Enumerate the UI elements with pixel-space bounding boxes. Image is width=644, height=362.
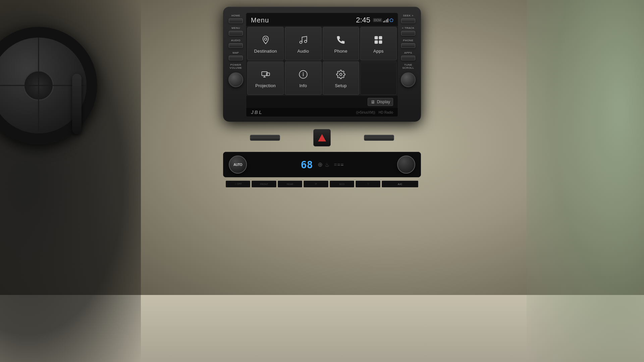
screen-branding-bar: JBL ((•SiriusXM)) HD Radio — [246, 108, 398, 117]
display-button[interactable]: 🖥 Display — [368, 98, 393, 106]
hdradio-label: HD Radio — [379, 111, 393, 114]
phone-side-button[interactable] — [401, 43, 415, 48]
destination-label: Destination — [254, 49, 277, 54]
mode-label: ▽ — [367, 183, 369, 185]
svg-rect-6 — [379, 41, 382, 43]
front-btn[interactable]: FRONT — [252, 181, 276, 187]
recirc-label: ⟳ — [315, 183, 317, 185]
home-btn-group[interactable]: HOME — [228, 14, 243, 23]
display-icon: 🖥 — [371, 99, 375, 105]
status-bar: Menu 2:45 DCM ⬠ — [246, 13, 398, 26]
map-button[interactable] — [229, 56, 243, 60]
fan-speed-knob[interactable] — [397, 156, 415, 174]
fan-icon: ⊕ — [318, 161, 323, 168]
rear-label: REAR — [287, 183, 293, 185]
power-volume-group[interactable]: POWERVOLUME — [228, 64, 243, 87]
recirc-btn[interactable]: ⟳ — [304, 181, 328, 187]
vent-slot-left — [250, 135, 280, 141]
audio-button[interactable] — [229, 43, 243, 48]
mode-btn[interactable]: ▽ — [356, 181, 380, 187]
projection-icon — [261, 70, 270, 80]
eco-btn[interactable]: ECO — [330, 181, 354, 187]
infotainment-unit: HOME MENU AUDIO MAP — [223, 7, 421, 187]
jbl-logo: JBL — [251, 110, 263, 115]
left-side-buttons: HOME MENU AUDIO MAP — [228, 13, 243, 87]
apps-icon — [374, 35, 383, 46]
climate-controls-row: ⊕ ♨ — [318, 161, 329, 168]
svg-rect-5 — [375, 41, 378, 43]
audio-label: Audio — [298, 49, 309, 54]
tune-scroll-label: TUNESCROLL — [402, 64, 414, 70]
front-label: FRONT — [260, 183, 268, 185]
empty-slot — [360, 61, 397, 95]
climate-buttons-row: ☆ OFF FRONT REAR ⟳ ECO ▽ A/C — [223, 181, 421, 187]
apps-label: Apps — [373, 49, 384, 54]
svg-rect-3 — [375, 36, 378, 39]
audio-menu-button[interactable]: Audio — [285, 27, 321, 60]
hazard-button[interactable]: ! — [313, 129, 331, 146]
destination-button[interactable]: Destination — [247, 27, 284, 60]
rear-btn[interactable]: REAR — [278, 181, 302, 187]
track-back-group[interactable]: < TRACK — [401, 26, 416, 36]
tune-scroll-group[interactable]: TUNESCROLL — [401, 64, 416, 87]
svg-point-1 — [300, 41, 302, 43]
info-label: Info — [299, 83, 307, 88]
dcm-badge: DCM — [373, 18, 382, 22]
seat-icons — [334, 164, 343, 166]
info-icon — [299, 70, 308, 80]
seek-forward-label: SEEK > — [403, 14, 413, 17]
time-display: 2:45 — [356, 16, 370, 24]
phone-side-label: PHONE — [403, 39, 414, 42]
menu-btn-group[interactable]: MENU — [228, 26, 243, 36]
track-back-label: < TRACK — [402, 26, 414, 29]
phone-button[interactable]: Phone — [323, 27, 359, 60]
svg-point-2 — [304, 40, 307, 43]
power-volume-label: POWERVOLUME — [230, 64, 242, 70]
vent-area: ! — [223, 127, 421, 148]
seek-forward-group[interactable]: SEEK > — [401, 14, 416, 23]
auto-climate-knob[interactable]: AUTO — [229, 156, 247, 174]
screen-title: Menu — [251, 16, 269, 24]
setup-button[interactable]: Setup — [323, 61, 359, 95]
ac-label: A/C — [398, 183, 402, 186]
off-btn[interactable]: ☆ OFF — [226, 181, 250, 187]
svg-point-0 — [264, 38, 267, 40]
apps-side-group[interactable]: APPS — [401, 51, 416, 60]
projection-button[interactable]: Projection — [247, 61, 284, 95]
status-icons: DCM ⬠ — [373, 18, 393, 23]
apps-side-button[interactable] — [401, 56, 415, 60]
info-button[interactable]: Info — [285, 61, 321, 95]
power-volume-knob[interactable] — [228, 72, 243, 87]
ac-btn[interactable]: A/C — [382, 181, 418, 187]
infotainment-wrapper: HOME MENU AUDIO MAP — [0, 0, 644, 362]
screen: Menu 2:45 DCM ⬠ — [246, 13, 398, 117]
right-side-buttons: SEEK > < TRACK PHONE APPS — [401, 13, 416, 87]
menu-button[interactable] — [229, 31, 243, 36]
apps-button[interactable]: Apps — [360, 27, 397, 60]
svg-rect-8 — [266, 73, 269, 75]
menu-grid-row2: Projection Info — [246, 61, 398, 96]
seat-heat-icon: ♨ — [325, 162, 329, 168]
svg-point-12 — [340, 73, 342, 75]
map-btn-group[interactable]: MAP — [228, 51, 243, 60]
tune-scroll-knob[interactable] — [401, 72, 416, 87]
setup-label: Setup — [335, 83, 346, 88]
seek-forward-button[interactable] — [401, 18, 415, 23]
siriusxm-label: ((•SiriusXM)) — [356, 111, 375, 114]
display-label: Display — [377, 100, 390, 104]
status-right: 2:45 DCM ⬠ — [356, 16, 393, 24]
menu-grid-row1: Destination Audio — [246, 26, 398, 61]
radio-brands: ((•SiriusXM)) HD Radio — [356, 111, 393, 114]
audio-btn-label: AUDIO — [231, 39, 240, 42]
home-button[interactable] — [229, 18, 243, 23]
signal-bars — [383, 18, 389, 22]
vent-slot-right — [364, 135, 394, 141]
off-label: ☆ OFF — [234, 183, 242, 185]
climate-panel: AUTO 68 ⊕ ♨ — [223, 152, 421, 177]
audio-btn-group[interactable]: AUDIO — [228, 39, 243, 48]
phone-icon — [336, 35, 345, 46]
track-back-button[interactable] — [401, 31, 415, 36]
home-btn-label: HOME — [231, 14, 240, 17]
phone-side-group[interactable]: PHONE — [401, 39, 416, 48]
apps-side-label: APPS — [404, 51, 412, 54]
